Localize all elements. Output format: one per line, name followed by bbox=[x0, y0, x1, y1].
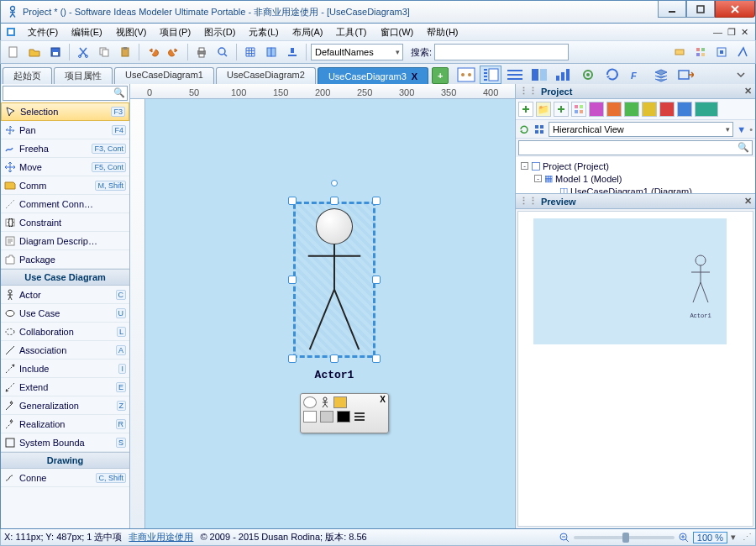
project-panel-header[interactable]: ⋮⋮ Project ✕ bbox=[516, 84, 755, 99]
paste-button[interactable] bbox=[116, 43, 134, 61]
zoom-dropdown-icon[interactable]: ▾ bbox=[731, 532, 736, 543]
proj-c3[interactable] bbox=[624, 102, 639, 117]
tool-pan[interactable]: PanF4 bbox=[1, 121, 129, 139]
proj-c7[interactable] bbox=[695, 102, 718, 117]
mdi-close-icon[interactable]: ✕ bbox=[741, 27, 748, 38]
tool-comment[interactable]: CommM, Shift bbox=[1, 176, 129, 195]
zoom-value[interactable]: 100 % bbox=[693, 532, 727, 543]
resize-handle-nw[interactable] bbox=[288, 197, 297, 205]
tool-usecase[interactable]: Use CaseU bbox=[1, 304, 129, 323]
resize-handle-sw[interactable] bbox=[288, 354, 297, 363]
layers-icon[interactable] bbox=[650, 66, 672, 84]
tree-expander[interactable]: - bbox=[534, 175, 542, 182]
redo-button[interactable] bbox=[165, 43, 183, 61]
tool-bound[interactable]: System BoundaS bbox=[1, 433, 129, 452]
tool-real[interactable]: RealizationR bbox=[1, 415, 129, 433]
mode-icon-4[interactable] bbox=[528, 66, 550, 84]
project-search[interactable]: 🔍 bbox=[518, 140, 753, 155]
proj-c6[interactable] bbox=[677, 102, 692, 117]
mode-icon-1[interactable] bbox=[455, 66, 477, 84]
project-tree[interactable]: -🞎Project (Project)-▦Model 1 (Model)◫Use… bbox=[516, 157, 755, 194]
menu-window[interactable]: 窗口(W) bbox=[377, 25, 417, 39]
cut-button[interactable] bbox=[74, 43, 92, 61]
names-combo[interactable]: DefaultNames bbox=[311, 44, 403, 60]
panel-close-icon[interactable]: ✕ bbox=[744, 86, 752, 97]
proj-c4[interactable] bbox=[642, 102, 657, 117]
tool-r4[interactable] bbox=[733, 43, 752, 61]
tool-conn2[interactable]: ConneC, Shift bbox=[1, 469, 129, 487]
resize-handle-w[interactable] bbox=[288, 276, 297, 284]
tool-collab[interactable]: CollaborationL bbox=[1, 323, 129, 341]
proj-add-icon[interactable] bbox=[518, 102, 533, 117]
more-icon[interactable] bbox=[730, 66, 752, 84]
font-icon[interactable]: F bbox=[626, 66, 648, 84]
tool-r3[interactable] bbox=[712, 43, 731, 61]
tab-usecasediagram1[interactable]: UseCaseDiagram1 bbox=[114, 67, 214, 84]
palette-close-icon[interactable]: X bbox=[380, 395, 386, 404]
palette-actor-icon[interactable] bbox=[320, 396, 330, 408]
swatch-gray[interactable] bbox=[320, 411, 333, 423]
palette-folder-icon[interactable] bbox=[333, 396, 347, 408]
toolbox-search[interactable]: 🔍 bbox=[3, 86, 128, 101]
print-button[interactable] bbox=[192, 43, 211, 61]
tab-close-icon[interactable]: X bbox=[412, 71, 417, 81]
preview-canvas[interactable]: Actor1 bbox=[517, 211, 753, 527]
tab-startpage[interactable]: 起始页 bbox=[3, 67, 52, 84]
resize-handle-ne[interactable] bbox=[372, 197, 381, 205]
proj-folder-icon[interactable]: 📁 bbox=[536, 102, 551, 117]
menu-element[interactable]: 元素(L) bbox=[245, 25, 281, 39]
zoom-slider-thumb[interactable] bbox=[622, 533, 629, 543]
mode-icon-2[interactable] bbox=[480, 66, 501, 84]
search-input[interactable] bbox=[434, 44, 569, 60]
export-icon[interactable] bbox=[675, 66, 696, 84]
resize-handle-s[interactable] bbox=[330, 354, 339, 363]
rotate-handle[interactable] bbox=[331, 180, 338, 186]
actor-element[interactable]: Actor1 bbox=[288, 197, 381, 363]
new-button[interactable] bbox=[4, 43, 23, 61]
tool-assoc[interactable]: AssociationA bbox=[1, 341, 129, 360]
mode-icon-3[interactable] bbox=[504, 66, 526, 84]
zoom-slider[interactable] bbox=[574, 536, 675, 539]
resize-grip-icon[interactable]: ⋰ bbox=[743, 532, 752, 543]
view-combo[interactable]: Hierarchical View bbox=[549, 122, 733, 137]
proj-c1[interactable] bbox=[589, 102, 604, 117]
palette-usecase-icon[interactable] bbox=[303, 396, 317, 408]
refresh-icon[interactable] bbox=[518, 123, 530, 135]
menu-file[interactable]: 文件(F) bbox=[24, 25, 61, 39]
tab-projectprops[interactable]: 项目属性 bbox=[54, 67, 113, 84]
proj-grid-icon[interactable] bbox=[571, 102, 586, 117]
tool-gen[interactable]: GeneralizationZ bbox=[1, 396, 129, 415]
minimize-button[interactable] bbox=[658, 1, 686, 18]
mdi-minimize-icon[interactable]: — bbox=[713, 27, 722, 38]
tree-expander[interactable]: - bbox=[521, 162, 528, 170]
zoom-out-icon[interactable] bbox=[559, 532, 570, 543]
find-button[interactable] bbox=[213, 43, 232, 61]
new-tab-button[interactable]: + bbox=[432, 67, 449, 84]
toolbox-section-drawing[interactable]: Drawing bbox=[1, 452, 129, 469]
quick-palette[interactable]: X bbox=[300, 393, 389, 433]
app-menu-icon[interactable] bbox=[4, 25, 18, 39]
tool-package[interactable]: Package bbox=[1, 250, 129, 269]
maximize-button[interactable] bbox=[686, 1, 715, 18]
actor-label[interactable]: Actor1 bbox=[315, 369, 354, 381]
open-button[interactable] bbox=[25, 43, 44, 61]
swatch-white[interactable] bbox=[303, 411, 317, 423]
proj-c2[interactable] bbox=[606, 102, 622, 117]
toolbox-section-usecase[interactable]: Use Case Diagram bbox=[1, 269, 129, 286]
menu-view[interactable]: 视图(V) bbox=[113, 25, 150, 39]
mode-icon-5[interactable] bbox=[553, 66, 575, 84]
tool-freehand[interactable]: FreehaF3, Cont bbox=[1, 139, 129, 158]
tool-move[interactable]: MoveF5, Cont bbox=[1, 158, 129, 176]
grid-button[interactable] bbox=[241, 43, 260, 61]
filter-icon[interactable]: ▼ bbox=[737, 124, 746, 134]
status-license-link[interactable]: 非商业用途使用 bbox=[129, 531, 193, 543]
list-icon[interactable] bbox=[354, 412, 365, 422]
resize-handle-se[interactable] bbox=[372, 354, 381, 363]
menu-edit[interactable]: 编辑(E) bbox=[68, 25, 106, 39]
collapse-icon[interactable] bbox=[533, 123, 545, 135]
tab-usecasediagram2[interactable]: UseCaseDiagram2 bbox=[216, 67, 316, 84]
mdi-restore-icon[interactable]: ❐ bbox=[727, 27, 736, 38]
tool-extend[interactable]: ExtendE bbox=[1, 378, 129, 396]
snap-button[interactable] bbox=[262, 43, 281, 61]
save-button[interactable] bbox=[46, 43, 65, 61]
